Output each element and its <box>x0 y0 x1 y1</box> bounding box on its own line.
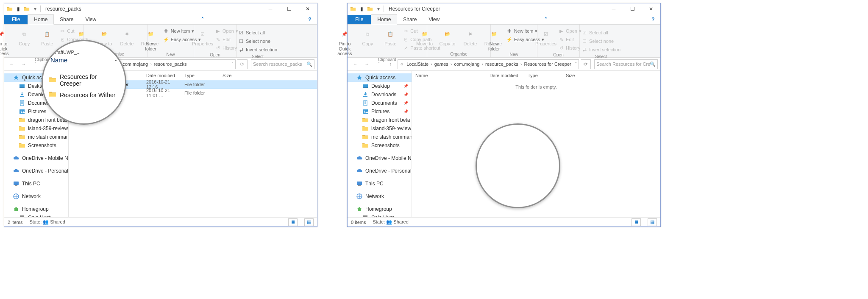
col-type[interactable]: Type <box>524 73 562 78</box>
edit-button[interactable]: ✎Edit <box>215 36 238 43</box>
tab-view[interactable]: View <box>423 15 445 24</box>
sidebar-item-folder[interactable]: mc slash command <box>348 133 412 141</box>
sidebar-item-onedrive[interactable]: OneDrive - Mobile N... <box>4 154 68 162</box>
search-input[interactable] <box>253 61 306 67</box>
qat-newfolder-icon[interactable] <box>23 5 31 13</box>
ribbon-toggle-icon[interactable]: ˄ <box>198 15 207 24</box>
search-input[interactable] <box>596 61 650 67</box>
tab-file[interactable]: File <box>4 15 28 24</box>
invertselection-button[interactable]: ⇄Invert selection <box>238 46 277 53</box>
bc-segment[interactable]: com.mojang <box>452 61 481 67</box>
pin-quickaccess-button[interactable]: 📌Pin to Quick access <box>334 26 355 56</box>
bc-segment[interactable]: LocalState <box>405 61 430 67</box>
sidebar-item-onedrive[interactable]: OneDrive - Personal <box>348 167 412 175</box>
nav-forward-button[interactable]: → <box>19 59 29 69</box>
sidebar-item-onedrive[interactable]: OneDrive - Personal <box>4 167 68 175</box>
qat-newfolder-icon[interactable] <box>366 5 374 13</box>
sidebar-item-thispc[interactable]: This PC <box>4 179 68 188</box>
sidebar-item-desktop[interactable]: Desktop📌 <box>348 82 412 90</box>
nav-recent-button[interactable]: ˅ <box>31 59 41 69</box>
sidebar-item-user[interactable]: Cale Hunt <box>4 213 68 217</box>
search-box[interactable]: 🔍 <box>594 59 658 69</box>
bc-segment[interactable]: resource_packs <box>484 61 520 67</box>
nav-back-button[interactable]: ← <box>350 59 360 69</box>
copy-button[interactable]: ⧉Copy <box>357 26 378 47</box>
view-details-button[interactable]: ≣ <box>288 218 298 226</box>
tab-home[interactable]: Home <box>28 14 54 25</box>
nav-up-button[interactable]: ↑ <box>386 59 396 69</box>
tab-share[interactable]: Share <box>54 15 79 24</box>
tab-home[interactable]: Home <box>371 14 397 25</box>
copy-button[interactable]: ⧉ Copy <box>14 26 35 47</box>
sidebar-item-folder[interactable]: Screenshots <box>348 141 412 150</box>
sidebar-item-documents[interactable]: Documents📌 <box>348 99 412 107</box>
paste-button[interactable]: 📋 Paste <box>36 26 58 47</box>
sidebar-item-homegroup[interactable]: Homegroup <box>4 205 68 213</box>
selectnone-button[interactable]: ☐Select none <box>581 37 620 45</box>
minimize-button[interactable]: ─ <box>261 3 280 14</box>
copyto-button[interactable]: 📂Copy to <box>437 26 458 47</box>
minimize-button[interactable]: ─ <box>604 3 623 14</box>
sidebar-item-user[interactable]: Cale Hunt <box>348 213 412 217</box>
bc-overflow[interactable]: « <box>399 61 405 67</box>
col-type[interactable]: Type <box>181 73 219 78</box>
sidebar-item-folder[interactable]: mc slash command <box>4 133 68 141</box>
sidebar-item-folder[interactable]: island-359-review <box>4 124 68 133</box>
maximize-button[interactable]: ☐ <box>280 3 298 14</box>
sidebar-item-network[interactable]: Network <box>348 192 412 201</box>
sidebar-item-quickaccess[interactable]: Quick access <box>348 73 412 82</box>
tab-share[interactable]: Share <box>397 15 423 24</box>
refresh-button[interactable]: ⟳ <box>581 59 591 69</box>
open-button[interactable]: ▶Open ▾ <box>558 27 581 35</box>
view-icons-button[interactable]: ▦ <box>648 218 657 226</box>
properties-button[interactable]: ☑Properties <box>192 26 213 47</box>
selectall-button[interactable]: ☑Select all <box>581 29 620 36</box>
help-icon[interactable]: ? <box>648 15 658 24</box>
column-headers[interactable]: Name Date modified Type Size <box>412 71 660 80</box>
properties-button[interactable]: ☑Properties <box>535 26 556 47</box>
col-name[interactable]: Name <box>412 73 486 78</box>
view-details-button[interactable]: ≣ <box>632 218 641 226</box>
newfolder-button[interactable]: 📁New folder <box>140 26 161 51</box>
nav-recent-button[interactable]: ˅ <box>374 59 384 69</box>
qat-customise-icon[interactable]: ▾ <box>31 5 39 13</box>
bc-segment[interactable]: Resources for Creeper <box>522 61 573 67</box>
paste-button[interactable]: 📋Paste <box>380 26 401 47</box>
qat-customise-icon[interactable]: ▾ <box>375 5 382 13</box>
bc-segment[interactable]: resource_packs <box>152 61 189 67</box>
invertselection-button[interactable]: ⇄Invert selection <box>581 46 620 53</box>
sidebar-item-homegroup[interactable]: Homegroup <box>348 205 412 213</box>
bc-dropdown-icon[interactable]: ˅ <box>574 61 578 67</box>
col-size[interactable]: Size <box>562 73 588 78</box>
tab-file[interactable]: File <box>348 15 371 24</box>
sidebar-item-pictures[interactable]: Pictures📌 <box>348 107 412 116</box>
sidebar-item-folder[interactable]: dragon front beta p <box>4 116 68 124</box>
refresh-button[interactable]: ⟳ <box>237 59 248 69</box>
delete-button[interactable]: ✖Delete <box>117 26 138 47</box>
sidebar-item-folder[interactable]: island-359-review <box>348 124 412 133</box>
col-size[interactable]: Size <box>219 73 245 78</box>
selectnone-button[interactable]: ☐Select none <box>238 37 277 45</box>
newfolder-button[interactable]: 📁New folder <box>484 26 505 51</box>
nav-forward-button[interactable]: → <box>362 59 372 69</box>
file-list-pane[interactable]: Name Date modified Type Size This folder… <box>412 71 660 217</box>
selectall-button[interactable]: ☑Select all <box>238 29 277 36</box>
search-box[interactable]: 🔍 <box>251 59 314 69</box>
sidebar-item-thispc[interactable]: This PC <box>348 179 412 188</box>
breadcrumb[interactable]: « LocalState› games› com.mojang› resourc… <box>398 59 579 69</box>
navigation-pane[interactable]: Quick access Desktop📌 Downloads📌 Documen… <box>348 71 412 217</box>
tab-view[interactable]: View <box>79 15 102 24</box>
nav-back-button[interactable]: ← <box>7 59 17 69</box>
sidebar-item-network[interactable]: Network <box>4 192 68 201</box>
moveto-button[interactable]: 📁Move to <box>414 26 435 47</box>
col-date[interactable]: Date modified <box>486 73 524 78</box>
col-date[interactable]: Date modified <box>143 73 181 78</box>
sidebar-item-downloads[interactable]: Downloads📌 <box>348 90 412 99</box>
sidebar-item-onedrive[interactable]: OneDrive - Mobile N... <box>348 154 412 162</box>
sidebar-item-folder[interactable]: Screenshots <box>4 141 68 150</box>
ribbon-toggle-icon[interactable]: ˄ <box>541 15 551 24</box>
close-button[interactable]: ✕ <box>642 3 660 14</box>
history-button[interactable]: ↺History <box>215 44 238 52</box>
open-button[interactable]: ▶Open ▾ <box>215 27 238 35</box>
pin-quickaccess-button[interactable]: 📌 Pin to Quick access <box>0 26 12 56</box>
